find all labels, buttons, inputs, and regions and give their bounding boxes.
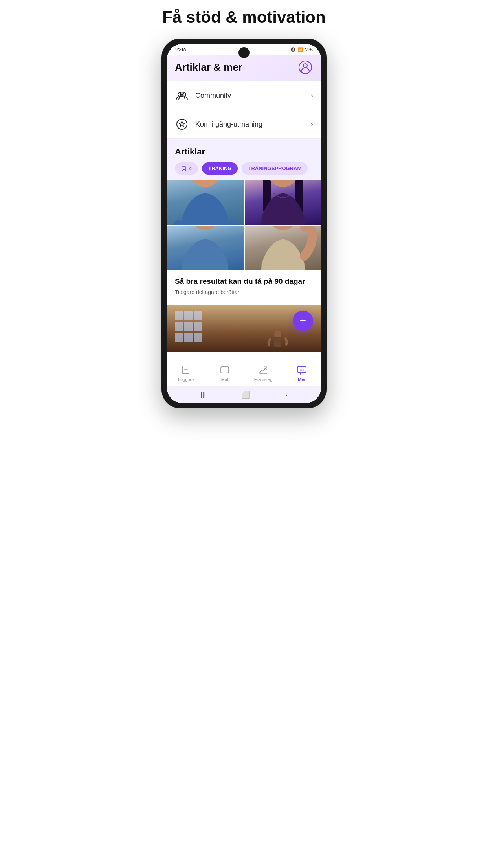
fab-button[interactable]: + bbox=[293, 311, 313, 331]
android-home[interactable]: ⬜ bbox=[241, 390, 250, 399]
community-icon bbox=[175, 88, 189, 103]
screen-content: Community › Kom i gång-utmaning › Artikl… bbox=[167, 81, 321, 403]
profile-button[interactable] bbox=[297, 59, 313, 75]
svg-point-36 bbox=[300, 369, 301, 370]
phone-frame: 15:18 🔇 📶 61% Artiklar & mer bbox=[161, 39, 327, 408]
article-card-1-title: Så bra resultat kan du få på 90 dagar bbox=[175, 277, 313, 287]
nav-mer[interactable]: Mer bbox=[283, 363, 321, 383]
android-back[interactable]: ||| bbox=[200, 390, 206, 399]
challenge-icon bbox=[175, 117, 189, 131]
article-card-1-subtitle: Tidigare deltagare berättar bbox=[175, 289, 313, 295]
svg-point-13 bbox=[266, 180, 300, 187]
nav-loggbok[interactable]: Loggbok bbox=[167, 363, 205, 383]
filter-chips: 4 TRÄNING TRÄNINGSPROGRAM bbox=[175, 162, 313, 180]
svg-rect-32 bbox=[183, 366, 189, 374]
mat-icon bbox=[219, 364, 230, 375]
nav-loggbok-label: Loggbok bbox=[178, 377, 194, 382]
svg-point-26 bbox=[266, 226, 300, 230]
community-label: Community bbox=[195, 92, 305, 100]
phone-screen: 15:18 🔇 📶 61% Artiklar & mer bbox=[167, 44, 321, 403]
camera-notch bbox=[238, 47, 250, 58]
mute-icon: 🔇 bbox=[290, 47, 296, 52]
challenge-label: Kom i gång-utmaning bbox=[195, 120, 305, 129]
chip-traning[interactable]: TRÄNING bbox=[202, 162, 238, 175]
article-text-block: Så bra resultat kan du få på 90 dagar Ti… bbox=[167, 270, 321, 298]
window-shapes bbox=[175, 311, 202, 342]
battery-text: 61% bbox=[305, 48, 313, 52]
status-time: 15:18 bbox=[175, 48, 186, 52]
svg-point-38 bbox=[303, 369, 304, 370]
chip-traningsprogram[interactable]: TRÄNINGSPROGRAM bbox=[242, 162, 308, 175]
nav-mat-label: Mat bbox=[221, 377, 228, 382]
svg-point-1 bbox=[303, 64, 307, 68]
mer-icon bbox=[296, 364, 307, 375]
nav-framsteg-label: Framsteg bbox=[254, 377, 272, 382]
article-image-grid bbox=[167, 180, 321, 270]
page-headline: Få stöd & motivation bbox=[154, 8, 333, 27]
svg-rect-34 bbox=[221, 367, 229, 373]
person-2-image bbox=[245, 180, 321, 225]
person-1-image bbox=[167, 180, 244, 225]
challenge-chevron: › bbox=[311, 120, 313, 129]
nav-framsteg[interactable]: Framsteg bbox=[244, 363, 283, 383]
wifi-icon: 📶 bbox=[297, 47, 303, 52]
chip-saved[interactable]: 4 bbox=[175, 162, 198, 175]
artiklar-section: Artiklar 4 TRÄNING TRÄNING bbox=[167, 139, 321, 180]
svg-point-6 bbox=[188, 180, 222, 187]
framsteg-icon bbox=[258, 364, 269, 375]
svg-point-5 bbox=[177, 119, 187, 129]
svg-rect-31 bbox=[274, 337, 281, 347]
community-row[interactable]: Community › bbox=[167, 81, 321, 110]
fab-icon: + bbox=[300, 314, 306, 327]
nav-mer-label: Mer bbox=[298, 377, 306, 382]
app-title: Artiklar & mer bbox=[175, 61, 242, 74]
svg-point-16 bbox=[188, 226, 222, 230]
person-4-image bbox=[245, 226, 321, 271]
android-recents[interactable]: ‹ bbox=[285, 390, 288, 399]
article-card-1[interactable]: Så bra resultat kan du få på 90 dagar Ti… bbox=[167, 180, 321, 305]
status-right: 🔇 📶 61% bbox=[290, 47, 313, 52]
status-bar: 15:18 🔇 📶 61% bbox=[167, 44, 321, 55]
chip-saved-count: 4 bbox=[189, 166, 192, 171]
article-card-2[interactable]: + bbox=[167, 305, 321, 359]
android-nav: ||| ⬜ ‹ bbox=[167, 386, 321, 403]
artiklar-title: Artiklar bbox=[175, 147, 313, 157]
bottom-nav: Loggbok Mat bbox=[167, 359, 321, 386]
svg-point-37 bbox=[301, 369, 303, 370]
nav-mat[interactable]: Mat bbox=[205, 363, 244, 383]
chip-traning-label: TRÄNING bbox=[208, 166, 231, 171]
chip-traningsprogram-label: TRÄNINGSPROGRAM bbox=[248, 166, 301, 171]
loggbok-icon bbox=[181, 364, 192, 375]
app-header: Artiklar & mer bbox=[167, 55, 321, 81]
challenge-row[interactable]: Kom i gång-utmaning › bbox=[167, 110, 321, 139]
community-chevron: › bbox=[311, 92, 313, 100]
person-3-image bbox=[167, 226, 244, 271]
